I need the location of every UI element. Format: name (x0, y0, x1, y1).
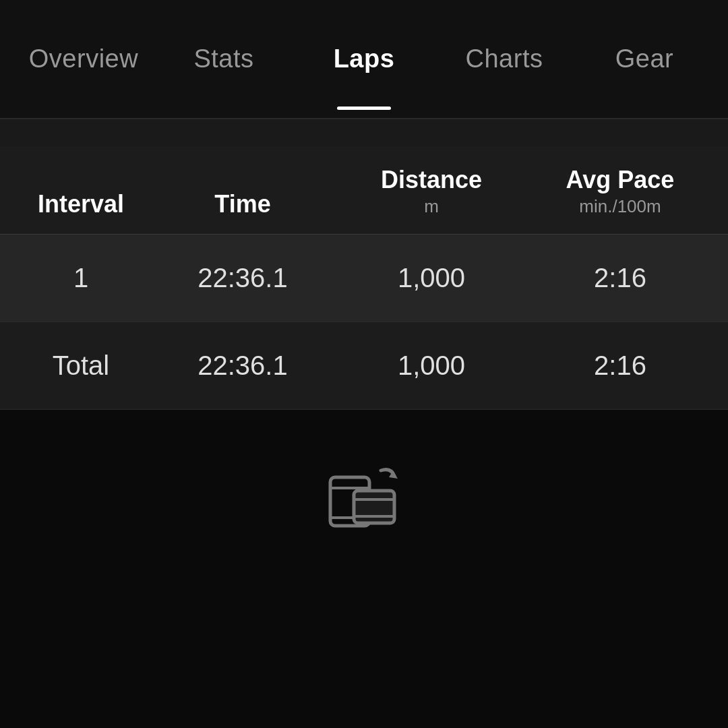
tab-overview[interactable]: Overview (13, 0, 154, 118)
sync-devices-icon[interactable] (327, 464, 401, 531)
tab-stats[interactable]: Stats (154, 0, 294, 118)
tab-charts-label: Charts (466, 44, 543, 73)
tab-laps[interactable]: Laps (294, 0, 434, 118)
tab-stats-label: Stats (193, 44, 253, 73)
sync-area (0, 410, 728, 531)
section-spacer (0, 119, 728, 146)
tab-gear[interactable]: Gear (574, 0, 715, 118)
table-row: 1 22:36.1 1,000 2:16 (0, 235, 728, 322)
tab-gear-label: Gear (615, 44, 673, 73)
tab-bar: Overview Stats Laps Charts Gear (0, 0, 728, 118)
bottom-area (0, 531, 728, 728)
col-time-header: Time (148, 189, 337, 218)
col-distance-header: Distance m (337, 165, 526, 219)
tab-overview-label: Overview (29, 44, 138, 73)
total-avgpace: 2:16 (526, 351, 728, 381)
tab-laps-label: Laps (334, 44, 395, 73)
total-time: 22:36.1 (148, 351, 337, 381)
row1-avgpace: 2:16 (526, 263, 728, 293)
row1-interval: 1 (0, 263, 148, 293)
total-distance: 1,000 (337, 351, 526, 381)
table-row-total: Total 22:36.1 1,000 2:16 (0, 322, 728, 410)
avgpace-header-main: Avg Pace (526, 165, 715, 194)
table-header: Interval Time Distance m Avg Pace min./1… (0, 146, 728, 235)
col-avgpace-header: Avg Pace min./100m (526, 165, 728, 219)
row1-time: 22:36.1 (148, 263, 337, 293)
avgpace-header-sub: min./100m (526, 194, 715, 218)
distance-header-sub: m (337, 194, 526, 218)
laps-table: Interval Time Distance m Avg Pace min./1… (0, 146, 728, 410)
distance-header-main: Distance (337, 165, 526, 194)
tab-charts[interactable]: Charts (434, 0, 574, 118)
time-header-main: Time (148, 189, 337, 218)
svg-rect-3 (354, 491, 394, 523)
col-interval-header: Interval (0, 189, 148, 218)
row1-distance: 1,000 (337, 263, 526, 293)
interval-header-main: Interval (13, 189, 148, 218)
total-interval: Total (0, 351, 148, 381)
